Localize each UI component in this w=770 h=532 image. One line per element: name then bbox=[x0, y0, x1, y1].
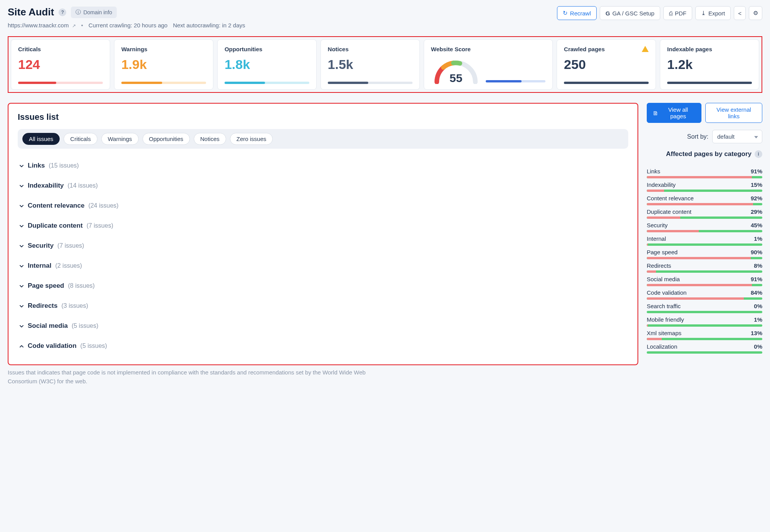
filter-all-issues[interactable]: All issues bbox=[22, 133, 60, 145]
issue-category[interactable]: Security (7 issues) bbox=[18, 236, 628, 256]
main-content: Issues list All issues Criticals Warning… bbox=[8, 103, 762, 386]
separator-dot: • bbox=[81, 22, 83, 29]
affected-name: Mobile friendly bbox=[647, 316, 684, 323]
chevron-down-icon bbox=[19, 163, 24, 168]
affected-pct: 91% bbox=[751, 168, 762, 175]
affected-item[interactable]: Xml sitemaps13% bbox=[647, 330, 762, 340]
issue-category[interactable]: Indexability (14 issues) bbox=[18, 176, 628, 196]
info-icon: ⓘ bbox=[75, 9, 81, 16]
category-name: Links bbox=[28, 162, 45, 170]
affected-pct: 15% bbox=[751, 181, 762, 188]
affected-item[interactable]: Security45% bbox=[647, 222, 762, 232]
header-left: Site Audit ? ⓘ Domain info https://www.t… bbox=[8, 6, 245, 29]
chevron-down-icon bbox=[19, 203, 24, 208]
affected-item[interactable]: Social media91% bbox=[647, 276, 762, 286]
chevron-down-icon bbox=[19, 304, 24, 308]
domain-info-button[interactable]: ⓘ Domain info bbox=[71, 7, 117, 18]
page-icon: 🗎 bbox=[653, 110, 658, 116]
issue-categories: Links (15 issues)Indexability (14 issues… bbox=[18, 156, 628, 356]
issue-category[interactable]: Social media (5 issues) bbox=[18, 316, 628, 336]
affected-header: Affected pages by category i bbox=[647, 150, 762, 158]
affected-row: Code validation84% bbox=[647, 289, 762, 296]
metric-notices[interactable]: Notices 1.5k bbox=[320, 39, 420, 90]
chevron-down-icon bbox=[19, 243, 24, 248]
issue-category[interactable]: Links (15 issues) bbox=[18, 156, 628, 176]
affected-item[interactable]: Mobile friendly1% bbox=[647, 316, 762, 327]
settings-button[interactable]: ⚙ bbox=[749, 6, 762, 20]
filter-notices[interactable]: Notices bbox=[194, 133, 226, 145]
ga-gsc-button[interactable]: G GA / GSC Setup bbox=[600, 6, 660, 20]
metric-label: Criticals bbox=[18, 46, 103, 52]
affected-pct: 1% bbox=[754, 235, 762, 242]
category-count: (15 issues) bbox=[49, 162, 79, 169]
metric-value: 250 bbox=[564, 57, 649, 72]
export-button[interactable]: ⤓ Export bbox=[695, 6, 731, 20]
filter-warnings[interactable]: Warnings bbox=[101, 133, 139, 145]
metric-warnings[interactable]: Warnings 1.9k bbox=[114, 39, 213, 90]
issue-category[interactable]: Redirects (3 issues) bbox=[18, 296, 628, 316]
category-count: (24 issues) bbox=[88, 202, 118, 209]
header-actions: ↻ Recrawl G GA / GSC Setup ⎙ PDF ⤓ Expor… bbox=[557, 6, 762, 20]
affected-name: Redirects bbox=[647, 262, 671, 269]
affected-pct: 29% bbox=[751, 208, 762, 215]
affected-item[interactable]: Duplicate content29% bbox=[647, 208, 762, 219]
chevron-down-icon bbox=[19, 324, 24, 328]
category-name: Internal bbox=[28, 262, 51, 270]
affected-item[interactable]: Links91% bbox=[647, 168, 762, 178]
issue-category[interactable]: Page speed (8 issues) bbox=[18, 276, 628, 296]
view-external-links-button[interactable]: View external links bbox=[705, 103, 762, 123]
metric-value: 124 bbox=[18, 57, 103, 72]
affected-bar bbox=[647, 324, 762, 327]
issue-category[interactable]: Content relevance (24 issues) bbox=[18, 196, 628, 216]
score-card-inner: 55 bbox=[431, 57, 545, 84]
filter-zero-issues[interactable]: Zero issues bbox=[230, 133, 273, 145]
left-column: Issues list All issues Criticals Warning… bbox=[8, 103, 638, 386]
category-count: (7 issues) bbox=[87, 222, 113, 229]
category-count: (7 issues) bbox=[57, 242, 84, 249]
affected-item[interactable]: Page speed90% bbox=[647, 249, 762, 259]
pdf-icon: ⎙ bbox=[669, 10, 673, 17]
metric-label: Notices bbox=[328, 46, 413, 52]
right-column: 🗎 View all pages View external links Sor… bbox=[647, 103, 762, 354]
affected-row: Localization0% bbox=[647, 343, 762, 350]
affected-name: Xml sitemaps bbox=[647, 330, 681, 336]
affected-bar bbox=[647, 230, 762, 232]
pdf-button[interactable]: ⎙ PDF bbox=[663, 6, 692, 20]
metric-opportunities[interactable]: Opportunities 1.8k bbox=[217, 39, 317, 90]
share-button[interactable]: < bbox=[734, 6, 746, 20]
issue-category[interactable]: Internal (2 issues) bbox=[18, 256, 628, 276]
metric-criticals[interactable]: Criticals 124 bbox=[11, 39, 110, 90]
affected-pct: 13% bbox=[751, 330, 762, 336]
affected-item[interactable]: Content relevance92% bbox=[647, 195, 762, 205]
metric-indexable-pages[interactable]: Indexable pages 1.2k bbox=[660, 39, 759, 90]
recrawl-button[interactable]: ↻ Recrawl bbox=[557, 6, 597, 20]
affected-item[interactable]: Internal1% bbox=[647, 235, 762, 246]
metric-label: Warnings bbox=[121, 46, 206, 52]
metric-label: Indexable pages bbox=[667, 46, 752, 52]
filter-opportunities[interactable]: Opportunities bbox=[143, 133, 190, 145]
help-icon[interactable]: ? bbox=[59, 8, 66, 16]
affected-item[interactable]: Code validation84% bbox=[647, 289, 762, 300]
affected-item[interactable]: Redirects8% bbox=[647, 262, 762, 273]
affected-bar bbox=[647, 216, 762, 219]
info-icon[interactable]: i bbox=[755, 150, 762, 158]
affected-item[interactable]: Localization0% bbox=[647, 343, 762, 354]
affected-item[interactable]: Indexability15% bbox=[647, 181, 762, 192]
view-all-pages-button[interactable]: 🗎 View all pages bbox=[647, 103, 701, 123]
url-link[interactable]: https://www.traackr.com ↗ bbox=[8, 22, 76, 29]
affected-name: Social media bbox=[647, 276, 680, 282]
chevron-down-icon bbox=[19, 263, 24, 268]
issue-category[interactable]: Duplicate content (7 issues) bbox=[18, 216, 628, 236]
issue-category[interactable]: Code validation (5 issues) bbox=[18, 336, 628, 356]
metric-crawled-pages[interactable]: Crawled pages 250 bbox=[557, 39, 656, 90]
affected-item[interactable]: Search traffic0% bbox=[647, 303, 762, 313]
metrics-row: Criticals 124 Warnings 1.9k Opportunitie… bbox=[8, 36, 762, 93]
sortby-select[interactable]: default bbox=[712, 130, 762, 143]
filter-row: All issues Criticals Warnings Opportunit… bbox=[18, 129, 628, 149]
metric-website-score[interactable]: Website Score 55 bbox=[424, 39, 553, 90]
affected-bar bbox=[647, 257, 762, 259]
sortby-row: Sort by: default bbox=[647, 130, 762, 143]
sortby-label: Sort by: bbox=[687, 133, 708, 140]
affected-name: Search traffic bbox=[647, 303, 681, 309]
filter-criticals[interactable]: Criticals bbox=[64, 133, 97, 145]
